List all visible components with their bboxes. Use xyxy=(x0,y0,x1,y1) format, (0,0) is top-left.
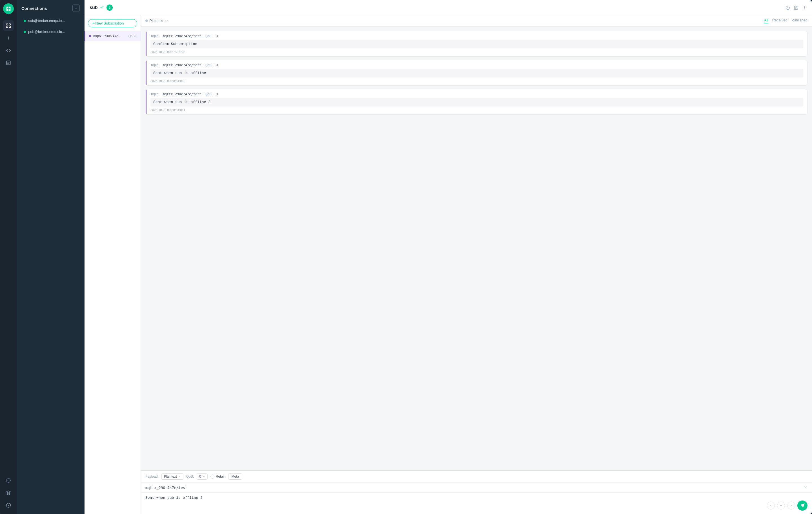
sidebar-item-add[interactable] xyxy=(3,33,14,43)
top-bar-left: sub 3 xyxy=(90,4,785,11)
qos-label: QoS: xyxy=(205,34,212,38)
subscriptions-panel: + New Subscription mqttx_290c747e... QoS… xyxy=(85,15,141,514)
svg-rect-2 xyxy=(6,26,8,28)
format-selector[interactable]: Plaintext xyxy=(145,19,168,23)
sidebar-item-log[interactable] xyxy=(3,57,14,68)
subscription-topic: mqttx_290c747e... xyxy=(93,34,121,38)
connections-header: Connections xyxy=(17,0,84,15)
message-card-inner: Topic: mqttx_290c747e/test QoS: 0 Confir… xyxy=(146,31,807,56)
svg-point-19 xyxy=(804,9,805,9)
icon-bar-bottom xyxy=(3,475,14,511)
chevron-down-icon xyxy=(804,485,808,490)
top-bar: sub 3 xyxy=(85,0,812,15)
message-body: Confirm Subscription xyxy=(150,40,803,49)
svg-rect-1 xyxy=(9,24,10,25)
qos-label: QoS: xyxy=(186,475,194,479)
app-logo[interactable] xyxy=(3,3,14,14)
publish-actions xyxy=(767,501,808,511)
topic-value: mqttx_290c747e/test xyxy=(163,63,201,67)
topic-value: mqttx_290c747e/test xyxy=(163,92,201,96)
publish-qos-value: 0 xyxy=(199,475,201,479)
main-area: sub 3 xyxy=(85,0,812,514)
new-subscription-button[interactable]: + New Subscription xyxy=(88,19,137,27)
message-card-inner: Topic: mqttx_290c747e/test QoS: 0 Sent w… xyxy=(146,89,807,114)
message-count-badge: 3 xyxy=(107,4,113,11)
svg-point-18 xyxy=(804,7,805,8)
retain-box xyxy=(210,475,214,479)
publish-qos-select[interactable]: 0 xyxy=(197,474,208,480)
icon-bar-top xyxy=(3,20,14,68)
publish-format-select[interactable]: Plaintext xyxy=(162,474,183,480)
message-card: Topic: mqttx_290c747e/test QoS: 0 Sent w… xyxy=(145,60,808,86)
publish-message-row: Sent when sub is offline 2 xyxy=(141,492,812,514)
status-chevron-icon xyxy=(100,5,104,10)
sidebar-item-info[interactable] xyxy=(3,500,14,511)
filter-all[interactable]: All xyxy=(764,18,768,23)
message-card: Topic: mqttx_290c747e/test QoS: 0 Sent w… xyxy=(145,89,808,115)
message-body: Sent when sub is offline xyxy=(150,69,803,78)
meta-button[interactable]: Meta xyxy=(228,474,242,480)
add-connection-button[interactable] xyxy=(72,4,80,12)
publish-toolbar: Payload: Plaintext QoS: 0 xyxy=(141,471,812,483)
payload-label: Payload: xyxy=(145,475,158,479)
sidebar-item-plugin[interactable] xyxy=(3,487,14,498)
more-options-button[interactable] xyxy=(803,5,807,10)
connection-name: pub@broker.emqx.io... xyxy=(28,30,65,34)
publish-topic-row[interactable]: mqttx_290c747e/test xyxy=(141,483,812,492)
topic-value: mqttx_290c747e/test xyxy=(163,34,201,38)
subscription-color-dot xyxy=(89,35,91,37)
sidebar-item-settings[interactable] xyxy=(3,475,14,486)
connection-status-dot xyxy=(24,31,26,33)
connections-sidebar: Connections sub@broker.emqx.io... pub@br… xyxy=(17,0,85,514)
qos-value: 0 xyxy=(216,92,218,96)
subscription-item[interactable]: mqttx_290c747e... QoS 0 xyxy=(85,31,141,41)
topic-label: Topic: xyxy=(150,92,159,96)
message-time: 2023-10-20 09:58:31:011 xyxy=(150,108,803,112)
topic-label: Topic: xyxy=(150,63,159,67)
connection-item-pub[interactable]: pub@broker.emqx.io... xyxy=(19,27,82,37)
qos-value: 0 xyxy=(216,34,218,38)
connections-title: Connections xyxy=(22,6,47,11)
retain-checkbox[interactable]: Retain xyxy=(210,475,226,479)
back-action-button[interactable] xyxy=(767,502,775,510)
active-connection-name: sub xyxy=(90,5,97,10)
svg-point-10 xyxy=(8,480,9,481)
forward-action-button[interactable] xyxy=(787,502,795,510)
messages-list: Topic: mqttx_290c747e/test QoS: 0 Confir… xyxy=(141,27,812,470)
message-header: Topic: mqttx_290c747e/test QoS: 0 xyxy=(150,34,803,38)
qos-value: 0 xyxy=(216,63,218,67)
subscription-qos: QoS 0 xyxy=(128,34,137,38)
svg-rect-0 xyxy=(6,24,8,25)
publish-message-text[interactable]: Sent when sub is offline 2 xyxy=(145,496,203,500)
retain-label: Retain xyxy=(216,475,226,479)
qos-label: QoS: xyxy=(205,92,212,96)
message-header: Topic: mqttx_290c747e/test QoS: 0 xyxy=(150,63,803,67)
top-bar-right xyxy=(785,5,807,10)
connection-item-sub[interactable]: sub@broker.emqx.io... xyxy=(19,16,82,26)
filter-received[interactable]: Received xyxy=(772,18,787,23)
edit-button[interactable] xyxy=(794,5,799,10)
publish-format-value: Plaintext xyxy=(164,475,177,479)
sidebar-item-code[interactable] xyxy=(3,45,14,56)
message-body: Sent when sub is offline 2 xyxy=(150,98,803,107)
content-area: + New Subscription mqttx_290c747e... QoS… xyxy=(85,15,812,514)
svg-rect-3 xyxy=(9,26,10,28)
message-filters: All Received Published xyxy=(764,18,808,23)
icon-bar xyxy=(0,0,17,514)
message-toolbar: Plaintext All Received Published xyxy=(141,15,812,27)
format-dot xyxy=(145,20,148,22)
message-card: Topic: mqttx_290c747e/test QoS: 0 Confir… xyxy=(145,31,808,57)
power-button[interactable] xyxy=(785,5,790,10)
clear-action-button[interactable] xyxy=(777,502,785,510)
publish-area: Payload: Plaintext QoS: 0 xyxy=(141,470,812,514)
topic-label: Topic: xyxy=(150,34,159,38)
filter-published[interactable]: Published xyxy=(791,18,808,23)
message-time: 2023-10-20 09:58:31:010 xyxy=(150,79,803,83)
send-button[interactable] xyxy=(798,501,808,511)
connection-name: sub@broker.emqx.io... xyxy=(28,19,65,23)
svg-marker-22 xyxy=(801,504,804,507)
sidebar-item-connections[interactable] xyxy=(3,20,14,31)
message-header: Topic: mqttx_290c747e/test QoS: 0 xyxy=(150,92,803,96)
qos-label: QoS: xyxy=(205,63,212,67)
message-time: 2023-10-20 09:57:22:705 xyxy=(150,50,803,54)
